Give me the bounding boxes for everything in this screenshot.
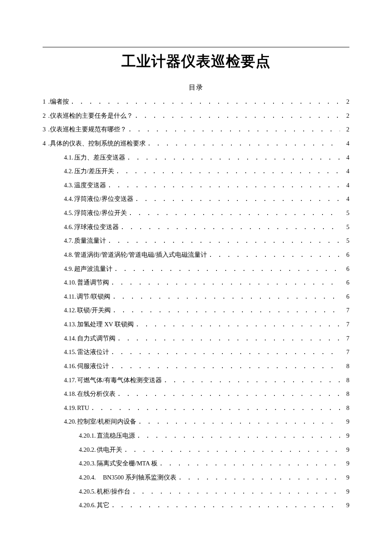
toc-entry-page: 5 bbox=[342, 206, 349, 220]
toc-entry-page: 9 bbox=[342, 498, 349, 512]
toc-entry: 4.11.调节/联锁阀6 bbox=[43, 290, 349, 304]
toc-entry: 4.8.管道涡街/管道涡轮/管道电磁/插入式电磁流量计6 bbox=[43, 248, 349, 262]
toc-entry-number: 4.16. bbox=[64, 359, 76, 373]
toc-leader-dots bbox=[115, 331, 342, 346]
toc-entry-label: 浮筒液位/界位开关 bbox=[73, 206, 127, 220]
toc-entry-page: 4 bbox=[342, 164, 349, 178]
toc-entry-label: 压力/差压开关 bbox=[73, 164, 114, 178]
toc-entry-label: 雷达液位计 bbox=[76, 345, 109, 359]
toc-entry: 4.6.浮球液位变送器5 bbox=[43, 220, 349, 234]
toc-entry: 4.5.浮筒液位/界位开关5 bbox=[43, 206, 349, 220]
document-page: 工业计器仪表巡检要点 目录 1 .编者按22 .仪表巡检的主要任务是什么？23 … bbox=[0, 0, 392, 538]
toc-entry-number: 4.8. bbox=[64, 248, 73, 262]
toc-entry-number: 4.10. bbox=[64, 276, 76, 290]
toc-entry: 1 .编者按2 bbox=[43, 95, 349, 109]
toc-entry-page: 8 bbox=[342, 373, 349, 387]
toc-entry-page: 2 bbox=[342, 109, 349, 123]
toc-entry-number: 3 bbox=[43, 122, 47, 137]
toc-entry-page: 9 bbox=[342, 429, 349, 443]
toc-heading: 目录 bbox=[43, 83, 349, 92]
toc-entry-page: 2 bbox=[342, 122, 349, 137]
toc-leader-dots bbox=[136, 415, 342, 429]
toc-entry: 4.20.3.隔离式安全栅/MTA 板9 bbox=[43, 456, 349, 471]
toc-leader-dots bbox=[111, 290, 342, 304]
toc-entry-label: .仪表巡检的主要任务是什么？ bbox=[47, 109, 133, 123]
toc-entry-page: 7 bbox=[342, 331, 349, 346]
toc-leader-dots bbox=[69, 95, 342, 109]
toc-entry-label: 超声波流量计 bbox=[73, 262, 112, 276]
document-title: 工业计器仪表巡检要点 bbox=[43, 52, 349, 71]
toc-entry-page: 6 bbox=[342, 276, 349, 290]
toc-leader-dots bbox=[112, 262, 342, 276]
toc-entry-number: 4.11. bbox=[64, 290, 76, 304]
toc-entry-label: 隔离式安全栅/MTA 板 bbox=[96, 456, 158, 471]
toc-entry-number: 4.2. bbox=[64, 164, 73, 178]
toc-entry-page: 7 bbox=[342, 303, 349, 317]
toc-leader-dots bbox=[110, 498, 342, 512]
toc-entry: 4.12.联锁/开关阀7 bbox=[43, 303, 349, 317]
toc-entry-label: 供电开关 bbox=[96, 443, 122, 457]
toc-entry-page: 6 bbox=[342, 248, 349, 262]
toc-leader-dots bbox=[135, 429, 342, 443]
toc-leader-dots bbox=[109, 345, 342, 359]
toc-leader-dots bbox=[106, 234, 342, 248]
toc-entry: 4.13.加氢处理 XV 联锁阀7 bbox=[43, 317, 349, 331]
toc-entry-page: 7 bbox=[342, 317, 349, 331]
toc-entry: 4.17.可燃气体/有毒气体检测变送器8 bbox=[43, 373, 349, 387]
toc-entry-page: 6 bbox=[342, 290, 349, 304]
toc-leader-dots bbox=[111, 303, 342, 317]
toc-entry-label: 管道涡街/管道涡轮/管道电磁/插入式电磁流量计 bbox=[73, 248, 207, 262]
toc-entry-number: 4.20.4. bbox=[79, 471, 96, 485]
toc-entry-number: 4.1. bbox=[64, 151, 73, 165]
toc-entry: 4.19.RTU8 bbox=[43, 401, 349, 415]
toc-leader-dots bbox=[130, 485, 342, 499]
toc-entry-page: 4 bbox=[342, 192, 349, 206]
toc-entry: 4.7.质量流量计5 bbox=[43, 234, 349, 248]
toc-entry: 4.20.1.直流稳压电源9 bbox=[43, 429, 349, 443]
toc-entry-label: 调节/联锁阀 bbox=[76, 290, 110, 304]
toc-entry-number: 4.4. bbox=[64, 192, 73, 206]
toc-entry-number: 4.18. bbox=[64, 387, 76, 401]
toc-leader-dots bbox=[114, 164, 342, 178]
toc-entry-label: 普通调节阀 bbox=[76, 276, 109, 290]
toc-leader-dots bbox=[127, 122, 342, 137]
toc-leader-dots bbox=[207, 248, 342, 262]
toc-leader-dots bbox=[109, 359, 342, 373]
toc-leader-dots bbox=[119, 220, 342, 234]
toc-leader-dots bbox=[134, 317, 342, 331]
toc-leader-dots bbox=[127, 206, 342, 220]
toc-entry-page: 9 bbox=[342, 471, 349, 485]
toc-entry: 4.15.雷达液位计7 bbox=[43, 345, 349, 359]
toc-entry-number: 4.7. bbox=[64, 234, 73, 248]
toc-entry-label: 自力式调节阀 bbox=[76, 331, 115, 346]
toc-leader-dots bbox=[162, 373, 342, 387]
toc-entry-label: 质量流量计 bbox=[73, 234, 106, 248]
toc-entry-number: 4.17. bbox=[64, 373, 76, 387]
toc-leader-dots bbox=[89, 401, 342, 415]
toc-entry: 2 .仪表巡检的主要任务是什么？2 bbox=[43, 109, 349, 123]
toc-entry-label: 在线分析仪表 bbox=[76, 387, 115, 401]
toc-entry-number: 4.14. bbox=[64, 331, 76, 346]
toc-entry-page: 8 bbox=[342, 387, 349, 401]
toc-entry-label: RTU bbox=[76, 401, 89, 415]
toc-entry-label: 浮球液位变送器 bbox=[73, 220, 119, 234]
toc-entry: 4.20.控制室/机柜间内设备9 bbox=[43, 415, 349, 429]
toc-entry-number: 4.9. bbox=[64, 262, 73, 276]
toc-entry: 4.16.伺服液位计8 bbox=[43, 359, 349, 373]
toc-leader-dots bbox=[106, 178, 342, 192]
toc-entry: 4.20.6.其它9 bbox=[43, 498, 349, 512]
table-of-contents: 1 .编者按22 .仪表巡检的主要任务是什么？23 .仪表巡检主要规范有哪些？2… bbox=[43, 95, 349, 512]
toc-entry-page: 9 bbox=[342, 456, 349, 471]
toc-entry-page: 7 bbox=[342, 345, 349, 359]
toc-entry: 4.9.超声波流量计6 bbox=[43, 262, 349, 276]
toc-entry-number: 4.20.1. bbox=[79, 429, 96, 443]
toc-entry: 4 .具体的仪表、控制系统的巡检要求4 bbox=[43, 137, 349, 151]
top-rule bbox=[43, 47, 349, 47]
toc-entry-page: 5 bbox=[342, 220, 349, 234]
toc-entry-page: 4 bbox=[342, 151, 349, 165]
toc-entry-number: 4.6. bbox=[64, 220, 73, 234]
toc-entry-page: 9 bbox=[342, 415, 349, 429]
toc-entry-page: 8 bbox=[342, 401, 349, 415]
toc-entry-number: 4.20. bbox=[64, 415, 76, 429]
toc-entry-page: 4 bbox=[342, 137, 349, 151]
